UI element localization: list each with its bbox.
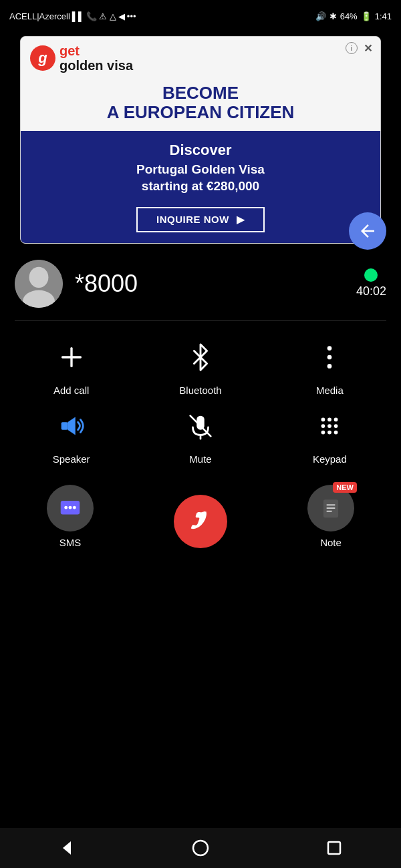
mute-button[interactable]: Mute xyxy=(136,405,265,465)
bluetooth-icon-wrap xyxy=(180,337,221,378)
svg-point-6 xyxy=(327,355,332,359)
svg-point-25 xyxy=(73,505,76,509)
call-active-dot xyxy=(364,268,378,282)
controls-grid: Add call Bluetooth Media xyxy=(0,320,401,471)
svg-marker-9 xyxy=(68,417,76,435)
svg-point-1 xyxy=(29,266,49,287)
call-timer-column: 40:02 xyxy=(356,268,386,298)
status-carrier: ACELL|Azercell ▌▌ 📞 ⚠ △ ◀ ••• xyxy=(9,11,136,21)
svg-point-17 xyxy=(327,424,331,428)
note-button[interactable]: NEW Note xyxy=(307,485,354,548)
speaker-icon-wrap xyxy=(51,405,92,447)
end-call-icon-circle xyxy=(174,495,227,548)
speaker-button[interactable]: Speaker xyxy=(7,405,136,465)
svg-point-18 xyxy=(334,424,338,428)
svg-point-14 xyxy=(327,417,331,421)
media-button[interactable]: Media xyxy=(265,337,394,396)
sms-label: SMS xyxy=(59,537,82,548)
ad-body: Discover Portugal Golden Visastarting at… xyxy=(21,131,380,242)
media-label: Media xyxy=(316,385,344,396)
svg-marker-30 xyxy=(63,841,71,855)
nav-recent-button[interactable] xyxy=(322,836,346,860)
svg-point-13 xyxy=(321,417,325,421)
note-label: Note xyxy=(320,537,342,548)
ad-info-button[interactable]: i xyxy=(346,42,358,54)
svg-point-16 xyxy=(321,424,325,428)
bluetooth-label: Bluetooth xyxy=(179,385,221,396)
add-call-label: Add call xyxy=(53,385,89,396)
keypad-label: Keypad xyxy=(313,453,347,465)
end-call-button[interactable] xyxy=(174,495,227,548)
svg-point-15 xyxy=(334,417,338,421)
ad-banner: i ✕ g getgolden visa BECOMEA EUROPEAN CI… xyxy=(20,36,381,244)
ad-close-button[interactable]: ✕ xyxy=(362,42,374,54)
status-bar: ACELL|Azercell ▌▌ 📞 ⚠ △ ◀ ••• 🔊 ✱ 64% 🔋 … xyxy=(0,0,401,32)
svg-point-20 xyxy=(327,430,331,434)
speaker-label: Speaker xyxy=(53,453,90,465)
ad-body-sub: Portugal Golden Visastarting at €280,000 xyxy=(30,162,371,194)
ad-top: g getgolden visa xyxy=(21,37,380,79)
status-right: 🔊 ✱ 64% 🔋 1:41 xyxy=(315,11,392,21)
media-icon-wrap xyxy=(309,337,350,378)
ad-logo: g getgolden visa xyxy=(30,43,133,73)
svg-point-19 xyxy=(321,430,325,434)
svg-rect-32 xyxy=(328,842,340,854)
ad-cta-arrow-icon: ▶ xyxy=(237,214,245,225)
bluetooth-button[interactable]: Bluetooth xyxy=(136,337,265,396)
nav-bar xyxy=(0,828,401,868)
svg-point-7 xyxy=(327,364,332,369)
mute-icon-wrap xyxy=(180,405,221,447)
ad-logo-text: getgolden visa xyxy=(59,43,133,73)
nav-home-button[interactable] xyxy=(188,836,213,860)
nav-back-button[interactable] xyxy=(55,836,79,860)
ad-headline: BECOMEA EUROPEAN CITIZEN xyxy=(21,79,380,131)
mute-label: Mute xyxy=(189,453,211,465)
sms-button[interactable]: SMS xyxy=(47,485,94,548)
ad-logo-letter: g xyxy=(30,45,55,71)
note-new-badge: NEW xyxy=(333,482,357,493)
add-call-button[interactable]: Add call xyxy=(7,337,136,396)
back-floating-button[interactable] xyxy=(349,212,386,250)
ad-cta-button[interactable]: INQUIRE NOW ▶ xyxy=(136,207,265,232)
svg-point-5 xyxy=(327,346,332,351)
call-number: *8000 xyxy=(75,270,344,298)
add-call-icon-wrap xyxy=(51,337,92,378)
note-icon-circle: NEW xyxy=(307,485,354,531)
call-info: *8000 40:02 xyxy=(0,248,401,320)
ad-body-title: Discover xyxy=(30,142,371,159)
sms-icon-circle xyxy=(47,485,94,531)
keypad-icon-wrap xyxy=(309,405,350,447)
avatar xyxy=(15,260,63,308)
bottom-actions: SMS NEW Note xyxy=(0,471,401,556)
svg-point-23 xyxy=(64,505,68,509)
svg-point-24 xyxy=(69,505,72,509)
svg-point-31 xyxy=(193,841,208,855)
call-timer: 40:02 xyxy=(356,284,386,298)
keypad-button[interactable]: Keypad xyxy=(265,405,394,465)
svg-point-21 xyxy=(334,430,338,434)
svg-rect-8 xyxy=(61,422,68,430)
